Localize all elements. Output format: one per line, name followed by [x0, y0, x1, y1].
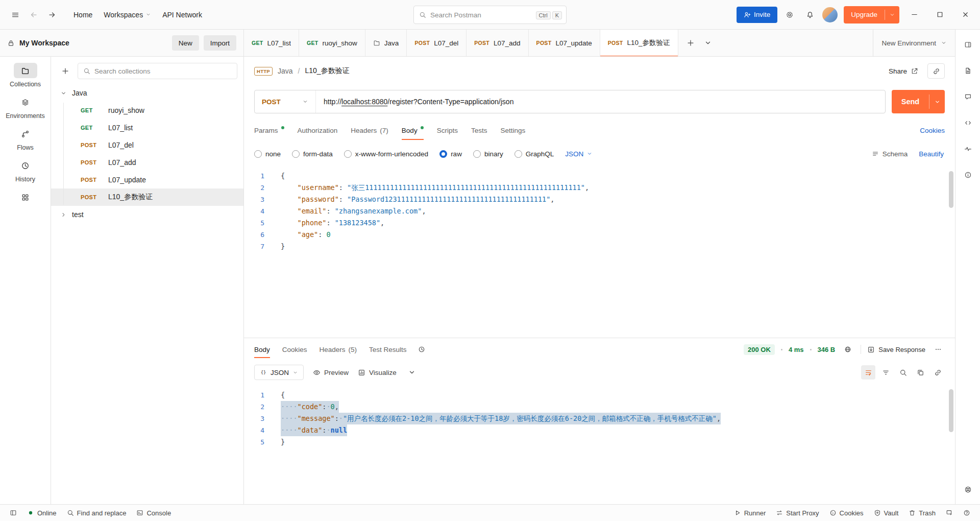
- request-tab-headers[interactable]: Headers(7): [351, 118, 388, 143]
- maximize-button[interactable]: [929, 4, 950, 26]
- statusbar-cookies[interactable]: Cookies: [825, 508, 868, 518]
- response-size[interactable]: 346 B: [818, 346, 836, 353]
- beautify-button[interactable]: Beautify: [919, 150, 944, 158]
- request-tab-scripts[interactable]: Scripts: [437, 118, 458, 143]
- statusbar-start-proxy[interactable]: Start Proxy: [771, 508, 823, 518]
- link-icon[interactable]: [930, 365, 945, 380]
- file-text-icon[interactable]: [960, 63, 975, 78]
- sidebar-nav-history[interactable]: History: [0, 158, 51, 183]
- sidebar-nav-flows[interactable]: Flows: [0, 126, 51, 151]
- body-type-graphql[interactable]: GraphQL: [514, 150, 554, 158]
- url-input[interactable]: http://localhost:8080/register?Content-T…: [316, 90, 521, 113]
- tabs-overflow-button[interactable]: [700, 35, 716, 51]
- statusbar-vault[interactable]: Vault: [869, 508, 903, 518]
- body-type-raw[interactable]: raw: [439, 150, 462, 158]
- response-more-button[interactable]: [932, 343, 945, 356]
- close-button[interactable]: [954, 4, 976, 26]
- request-tab-l07-add[interactable]: POSTL07_add: [467, 30, 528, 56]
- request-title[interactable]: L10_参数验证: [305, 66, 349, 76]
- avatar[interactable]: [822, 7, 838, 22]
- pulse-icon[interactable]: [960, 141, 975, 156]
- statusbar-trash[interactable]: Trash: [904, 508, 940, 518]
- response-scrollbar[interactable]: [949, 389, 953, 432]
- body-type-form-data[interactable]: form-data: [292, 150, 333, 158]
- share-button[interactable]: Share: [889, 67, 918, 75]
- preview-button[interactable]: Preview: [313, 369, 349, 376]
- back-button[interactable]: [26, 7, 42, 23]
- statusbar-help[interactable]: [959, 508, 975, 518]
- response-body-viewer[interactable]: 1{2····"code":·0,3····"message":·"用户名长度必…: [244, 384, 955, 504]
- sidebar-nav-collections[interactable]: Collections: [0, 63, 51, 88]
- method-selector[interactable]: POST: [255, 90, 316, 113]
- comment-icon[interactable]: [960, 89, 975, 104]
- statusbar-panel[interactable]: [5, 508, 21, 518]
- send-options-chevron[interactable]: [929, 90, 945, 113]
- request-l07-list[interactable]: GETL07_list: [51, 119, 243, 136]
- statusbar-runner[interactable]: Runner: [729, 508, 771, 518]
- response-tab-body[interactable]: Body: [254, 338, 270, 361]
- response-time[interactable]: 4 ms: [789, 346, 804, 353]
- copy-link-button[interactable]: [927, 63, 945, 79]
- copy-icon[interactable]: [913, 365, 927, 380]
- request-ruoyi-show[interactable]: GETruoyi_show: [51, 102, 243, 119]
- wrap-text-icon[interactable]: [861, 365, 875, 380]
- request-l10-参数验证[interactable]: POSTL10_参数验证: [51, 188, 243, 206]
- request-tab-l07-del[interactable]: POSTL07_del: [407, 30, 467, 56]
- response-status[interactable]: 200 OK: [744, 344, 775, 355]
- request-tab-body[interactable]: Body: [402, 118, 424, 143]
- upgrade-button[interactable]: Upgrade: [844, 6, 899, 23]
- collections-search-input[interactable]: [94, 67, 232, 75]
- nav-workspaces[interactable]: Workspaces: [99, 7, 156, 22]
- request-tab-java[interactable]: Java: [365, 30, 407, 56]
- lifebuoy-icon[interactable]: [960, 482, 975, 497]
- response-tab-headers[interactable]: Headers(5): [320, 338, 357, 361]
- request-tab-ruoyi-show[interactable]: GETruoyi_show: [299, 30, 365, 56]
- layout-icon[interactable]: [960, 37, 975, 52]
- statusbar-select-window[interactable]: [941, 508, 958, 518]
- filter-icon[interactable]: [878, 365, 893, 380]
- editor-scrollbar[interactable]: [949, 171, 953, 208]
- response-history-icon[interactable]: [415, 343, 428, 356]
- schema-button[interactable]: Schema: [872, 150, 908, 158]
- sidebar-nav-apps[interactable]: [0, 190, 51, 205]
- environment-selector[interactable]: New Environment: [873, 30, 955, 56]
- response-tab-cookies[interactable]: Cookies: [282, 338, 307, 361]
- request-tab-authorization[interactable]: Authorization: [298, 118, 338, 143]
- response-tab-test-results[interactable]: Test Results: [369, 338, 407, 361]
- new-tab-button[interactable]: [682, 35, 699, 51]
- new-button[interactable]: New: [172, 35, 199, 51]
- global-search[interactable]: Search Postman CtrlK: [413, 6, 567, 24]
- response-format-selector[interactable]: {} JSON: [254, 365, 304, 380]
- collection-java[interactable]: Java: [51, 84, 243, 102]
- sidebar-nav-environments[interactable]: Environments: [0, 94, 51, 120]
- body-type-binary[interactable]: binary: [473, 150, 503, 158]
- import-button[interactable]: Import: [204, 35, 236, 51]
- request-tab-l10-参数验证[interactable]: POSTL10_参数验证: [600, 30, 678, 56]
- add-collection-button[interactable]: [57, 63, 74, 79]
- info-icon[interactable]: [960, 167, 975, 182]
- statusbar-find-and-replace[interactable]: Find and replace: [62, 508, 131, 518]
- workspace-title[interactable]: My Workspace: [19, 39, 69, 47]
- collections-search[interactable]: [78, 63, 237, 79]
- response-view-overflow[interactable]: [406, 366, 418, 378]
- request-tab-params[interactable]: Params: [254, 118, 284, 143]
- nav-home[interactable]: Home: [68, 7, 97, 22]
- request-l07-del[interactable]: POSTL07_del: [51, 136, 243, 154]
- invite-button[interactable]: Invite: [737, 7, 777, 23]
- statusbar-online[interactable]: Online: [22, 508, 61, 518]
- request-tab-l07-list[interactable]: GETL07_list: [244, 30, 299, 56]
- request-tab-l07-update[interactable]: POSTL07_update: [529, 30, 600, 56]
- visualize-button[interactable]: Visualize: [358, 369, 397, 376]
- collection-test[interactable]: test: [51, 206, 243, 223]
- nav-api-network[interactable]: API Network: [157, 7, 207, 22]
- cookies-link[interactable]: Cookies: [920, 127, 945, 134]
- body-type-none[interactable]: none: [254, 150, 281, 158]
- breadcrumb-collection[interactable]: Java: [278, 67, 293, 75]
- save-response-button[interactable]: Save Response: [867, 346, 925, 353]
- request-body-editor[interactable]: 1{2 "username": "张三111111111111111111111…: [244, 165, 955, 338]
- request-tab-tests[interactable]: Tests: [471, 118, 487, 143]
- statusbar-console[interactable]: Console: [132, 508, 176, 518]
- settings-button[interactable]: [781, 7, 798, 23]
- forward-button[interactable]: [44, 7, 60, 23]
- network-info-icon[interactable]: [841, 343, 854, 356]
